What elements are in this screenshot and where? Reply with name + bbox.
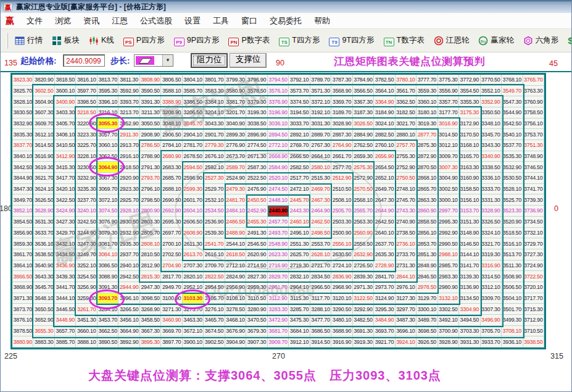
toolbar-button-K线[interactable]: K线 [87, 34, 116, 47]
grid-cell: 3907.30 [246, 336, 267, 348]
grid-cell: 3470.50 [246, 315, 267, 326]
toolbar-button-T数字表[interactable]: TNT数字表 [382, 34, 426, 48]
grid-cell: 2594.50 [183, 162, 204, 173]
menu-item-3[interactable]: 江恩 [106, 14, 134, 28]
menu-item-1[interactable]: 浏览 [49, 14, 77, 28]
menu-item-2[interactable]: 资讯 [77, 14, 106, 28]
grid-cell: 2971.30 [353, 282, 374, 293]
grid-cell: 3300.10 [417, 304, 437, 315]
grid-cell: 2548.90 [268, 238, 289, 249]
grid-cell: 2546.50 [246, 238, 267, 249]
dollar-icon: $ [568, 35, 572, 46]
grid-cell: 3261.70 [76, 304, 97, 315]
grid-cell: 3093.70 [97, 293, 118, 304]
menu-item-0[interactable]: 文件 [20, 14, 49, 28]
grid-cell: 3909.70 [268, 336, 289, 348]
grid-cell: 2469.70 [310, 184, 331, 195]
menu-item-8[interactable]: 交易委托 [263, 14, 308, 28]
grid-cell: 3091.30 [97, 282, 118, 293]
grid-cell: 3864.10 [12, 261, 33, 272]
grid-cell: 3112.90 [268, 293, 289, 304]
grid-cell: 2959.30 [246, 282, 267, 293]
grid-cell: 2952.10 [183, 282, 204, 293]
grid-cell: 3391.30 [140, 96, 161, 107]
toolbar-button-行情[interactable]: 行情 [13, 34, 44, 47]
grid-cell: 3607.30 [33, 107, 54, 119]
grid-cell: 3336.10 [481, 173, 502, 184]
menu-item-6[interactable]: 工具 [207, 14, 235, 28]
grid-cell: 3196.90 [268, 107, 289, 119]
toolbar-button-六角形[interactable]: 六角形 [521, 34, 561, 47]
toolbar-button-9P四方形[interactable]: P99P四方形 [172, 34, 222, 48]
grid-cell: 2793.70 [140, 173, 161, 184]
grid-cell: 3480.10 [331, 315, 352, 326]
grid-cell: 2450.50 [246, 194, 267, 206]
grid-cell: 3316.90 [481, 261, 502, 272]
grid-cell: 3926.50 [417, 336, 437, 348]
toolbar-button-板块[interactable]: 板块 [50, 34, 81, 47]
grid-cell: 3074.50 [97, 206, 118, 217]
grid-cell: 3357.70 [438, 96, 459, 107]
grid-cell: 3868.90 [12, 282, 33, 293]
grid-cell: 3223.30 [76, 129, 97, 140]
menu-item-9[interactable]: 帮助 [308, 14, 336, 28]
grid-cell: 3148.90 [459, 228, 480, 239]
resistance-button[interactable]: 阻力位 [191, 53, 228, 68]
start-price-input[interactable] [63, 54, 105, 67]
badge-icon: PN [228, 35, 239, 46]
grid-cell: 3672.10 [183, 326, 204, 337]
badge-icon: PS [123, 35, 134, 46]
blocks-icon [52, 36, 62, 46]
grid-cell: 3600.10 [55, 86, 76, 97]
grid-cell: 3806.50 [161, 75, 182, 86]
control-row: 起始价格: 步长: ▼ 阻力位 支撑位 江恩矩阵图表关键点位测算预判 [1, 52, 572, 72]
grid-cell: 3343.30 [481, 140, 502, 151]
toolbar-label: 行情 [27, 35, 43, 46]
grid-cell: 3624.10 [33, 184, 54, 195]
grid-cell: 3760.90 [523, 96, 544, 107]
toolbar-button-9T四方形[interactable]: T99T四方形 [327, 34, 376, 48]
toolbar-button-赢家轮[interactable]: Big赢家轮 [476, 34, 516, 47]
step-dropdown[interactable]: ▼ [134, 54, 173, 67]
menu-item-5[interactable]: 设置 [178, 14, 207, 28]
grid-cell: 2491.30 [246, 228, 267, 239]
toolbar-button-P四方形[interactable]: PSP四方形 [122, 34, 167, 48]
grid-cell: 2743.30 [396, 206, 417, 217]
grid-cell: 3052.90 [118, 119, 139, 130]
grid-cell: 3724.90 [523, 261, 544, 272]
toolbar-button-P数字表[interactable]: PNP数字表 [226, 34, 271, 48]
grid-cell: 2990.50 [438, 238, 459, 249]
grid-cell: 3295.30 [374, 304, 395, 315]
grid-cell: 3134.50 [459, 293, 480, 304]
grid-cell: 3792.10 [289, 75, 310, 86]
grid-cell: 2604.10 [183, 206, 204, 217]
grid-cell: 2496.10 [289, 228, 310, 239]
svg-text:Big: Big [481, 39, 486, 43]
toolbar-button-T四方形[interactable]: TST四方形 [277, 34, 321, 48]
support-button[interactable]: 支撑位 [230, 53, 267, 68]
grid-cell: 2508.10 [331, 194, 352, 206]
grid-cell: 3621.70 [33, 173, 54, 184]
grid-cell: 2767.30 [310, 140, 331, 151]
window-title: 赢家江恩专业版[赢家服务平台] - [价格正方形] [16, 2, 166, 12]
toolbar-button-江恩轮[interactable]: 江恩轮 [432, 34, 471, 47]
grid-cell: 3367.30 [353, 96, 374, 107]
grid-cell: 2868.10 [417, 173, 437, 184]
grid-cell: 3220.90 [76, 119, 97, 130]
grid-cell: 2484.10 [225, 206, 246, 217]
menu-item-4[interactable]: 公式选股 [134, 14, 178, 28]
grid-cell: 3033.70 [289, 119, 310, 130]
menu-bar: 赢 文件浏览资讯江恩公式选股设置工具窗口交易委托帮助 [1, 13, 572, 29]
grid-cell: 3859.30 [12, 238, 33, 249]
grid-cell: 2599.30 [183, 184, 204, 195]
toolbar-button-赢家服务[interactable]: $赢家服务 [566, 34, 572, 48]
chevron-down-icon[interactable]: ▼ [162, 55, 173, 66]
grid-cell: 3504.10 [502, 293, 523, 304]
grid-cell: 2558.50 [353, 238, 374, 249]
toolbar-grip[interactable] [7, 33, 8, 49]
grid-cell: 3451.30 [76, 315, 97, 326]
menu-item-7[interactable]: 窗口 [235, 14, 263, 28]
grid-cell: 3552.10 [481, 86, 502, 97]
grid-cell: 3288.10 [310, 304, 331, 315]
toolbar-label: K线 [101, 35, 114, 46]
